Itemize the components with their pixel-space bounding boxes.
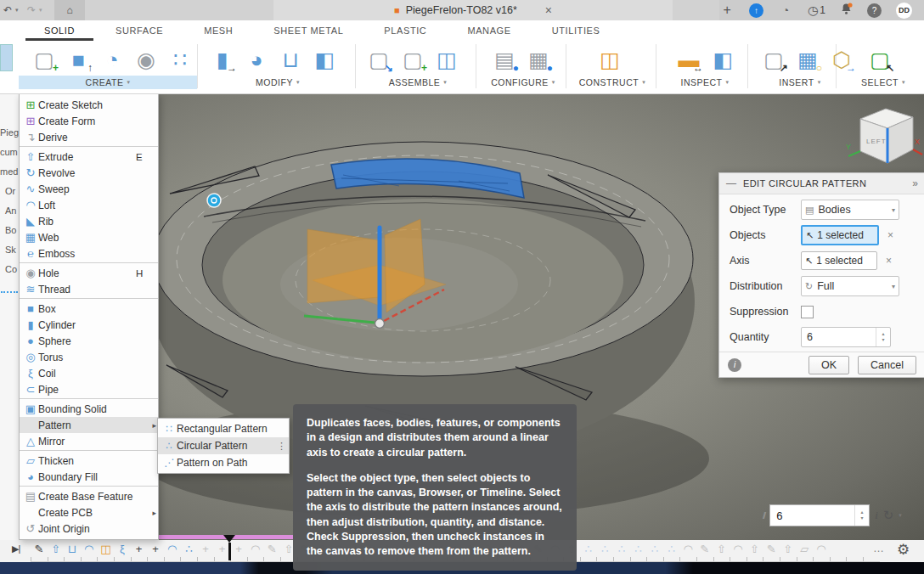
share-icon[interactable]: ↑ <box>749 3 763 18</box>
menu-item[interactable]: ■ Box <box>20 301 158 317</box>
menu-item[interactable]: ▣ Bounding Solid <box>20 401 158 417</box>
browser-item[interactable]: Co <box>0 260 19 279</box>
timeline-feature[interactable]: ◠ <box>681 541 695 558</box>
expand-panel-icon[interactable]: » <box>912 177 918 189</box>
ok-button[interactable]: OK <box>808 356 849 374</box>
ribbon-tab[interactable]: MESH <box>183 20 253 41</box>
user-avatar[interactable]: DD <box>896 3 912 19</box>
menu-item[interactable]: ◠ Loft <box>20 197 158 213</box>
menu-item[interactable]: ◎ Torus <box>20 349 158 365</box>
timeline-feature[interactable]: ▱ <box>797 541 811 558</box>
new-document-icon[interactable]: + <box>719 3 735 18</box>
menu-item[interactable]: ● Sphere <box>20 333 158 349</box>
browser-item[interactable]: med <box>0 162 19 182</box>
create-sketch-icon[interactable]: ▢+ <box>29 44 59 75</box>
menu-item[interactable]: ↻ Revolve <box>20 165 158 181</box>
axis-selection-chip[interactable]: ↖ 1 selected <box>801 251 877 270</box>
distribution-select[interactable]: ↻ Full ▾ <box>801 276 899 296</box>
menu-item[interactable]: ≋ Thread <box>20 281 158 299</box>
browser-item[interactable]: Bo <box>0 221 19 240</box>
fillet-icon[interactable]: ◕ <box>241 44 272 75</box>
inspect-menu-button[interactable]: INSPECT▾ <box>662 76 747 89</box>
timeline-feature[interactable]: ◠ <box>82 541 96 558</box>
joint-icon[interactable]: ◫ <box>431 44 462 75</box>
collapse-icon[interactable]: — <box>726 177 736 189</box>
submenu-item[interactable]: ∴ Circular Pattern ⋮ <box>158 437 289 454</box>
measure-icon[interactable]: ▬↔ <box>673 44 704 75</box>
redo-icon[interactable]: ↷ <box>24 4 39 16</box>
objects-selection-chip[interactable]: ↖ 1 selected <box>801 225 879 245</box>
options-dots-icon[interactable]: ⋮ <box>277 441 285 452</box>
menu-item[interactable]: ⇧ Extrude E <box>20 149 158 165</box>
stepper-up-icon[interactable]: ▴ <box>861 509 864 515</box>
timeline-feature[interactable]: ⇧ <box>748 541 762 558</box>
quantity-stepper[interactable]: ▴ ▾ <box>876 328 890 346</box>
redo-dropdown-icon[interactable]: ▾ <box>39 7 48 14</box>
browser-panel[interactable]: Pieg cum med Or An Bo Sk Co <box>0 93 19 574</box>
revolve-icon[interactable]: ◔ <box>97 44 127 75</box>
timeline-feature[interactable]: ∴ <box>665 541 679 558</box>
submenu-item[interactable]: ∷ Rectangular Pattern <box>158 420 289 437</box>
browser-item[interactable]: Sk <box>0 240 19 260</box>
ribbon-tab[interactable]: SOLID <box>24 20 95 41</box>
configure-features-icon[interactable]: ▤● <box>489 44 520 75</box>
configuration-table-icon[interactable]: ▦● <box>523 44 554 75</box>
menu-item[interactable]: ◉ Hole H <box>20 265 158 281</box>
assemble-menu-button[interactable]: ASSEMBLE▾ <box>360 76 476 89</box>
menu-item[interactable]: ◕ Boundary Fill <box>20 469 158 487</box>
timeline-feature[interactable]: ✎ <box>764 541 778 558</box>
timeline-feature[interactable]: ⇧ <box>781 541 795 558</box>
menu-item[interactable]: ⊂ Pipe <box>20 381 158 399</box>
timeline-feature[interactable]: ξ <box>116 541 129 558</box>
object-type-select[interactable]: ▤ Bodies ▾ <box>801 200 899 220</box>
timeline-feature[interactable]: ⇧ <box>49 541 63 558</box>
timeline-feature[interactable]: ✎ <box>698 541 712 558</box>
undo-icon[interactable]: ↶ <box>0 4 15 16</box>
home-button[interactable]: ⌂ <box>54 0 85 20</box>
ribbon-tab[interactable]: UTILITIES <box>532 20 621 41</box>
canvas-quantity-stepper[interactable]: ▴ ▾ <box>854 505 869 526</box>
construct-menu-button[interactable]: CONSTRUCT▾ <box>571 76 654 89</box>
extrude-icon[interactable]: ■↑ <box>63 44 93 75</box>
menu-item[interactable]: Pattern ▸ <box>20 417 158 433</box>
ribbon-tab[interactable]: SURFACE <box>95 20 183 41</box>
select-icon[interactable]: ▢↖ <box>865 44 895 75</box>
submenu-item[interactable]: ⋰ Pattern on Path <box>158 454 289 471</box>
timeline-feature[interactable]: ∴ <box>182 541 195 558</box>
timeline-feature[interactable]: + <box>199 541 212 558</box>
menu-item[interactable]: ↺ Joint Origin <box>20 521 158 537</box>
stepper-down-icon[interactable]: ▾ <box>882 337 884 343</box>
menu-item[interactable]: ▱ Thicken <box>20 453 158 469</box>
stepper-down-icon[interactable]: ▾ <box>861 515 864 521</box>
quantity-input[interactable] <box>802 330 876 344</box>
section-analysis-icon[interactable]: ◧ <box>707 44 738 75</box>
select-menu-button[interactable]: SELECT▾ <box>849 76 917 89</box>
browser-item[interactable]: Or <box>0 182 19 201</box>
create-menu-button[interactable]: CREATE▾ <box>19 76 197 89</box>
timeline-feature[interactable]: ∴ <box>598 541 611 558</box>
timeline-feature[interactable]: + <box>132 541 146 558</box>
timeline-feature[interactable]: ✎ <box>32 541 46 558</box>
timeline-feature[interactable]: ∴ <box>615 541 628 558</box>
combine-icon[interactable]: ◧ <box>309 44 340 75</box>
extensions-icon[interactable]: ◔ <box>778 3 793 17</box>
clear-objects-icon[interactable]: × <box>887 229 893 241</box>
timeline-feature[interactable]: ◠ <box>249 541 262 558</box>
timeline-overflow-icon[interactable]: … <box>873 542 884 554</box>
timeline-feature[interactable]: ✎ <box>265 541 279 558</box>
construction-plane-icon[interactable]: ◫ <box>594 44 625 75</box>
suppression-checkbox[interactable] <box>801 306 814 318</box>
timeline-feature[interactable]: ⊔ <box>65 541 79 558</box>
menu-item[interactable]: Create PCB ▸ <box>20 504 158 521</box>
selected-axis-marker[interactable] <box>207 194 221 207</box>
menu-item[interactable]: ⊞ Create Sketch <box>20 97 158 113</box>
ribbon-tab[interactable]: MANAGE <box>447 20 531 41</box>
press-pull-icon[interactable]: ▮→ <box>207 44 238 75</box>
timeline-feature[interactable]: ◫ <box>99 541 112 558</box>
configure-menu-button[interactable]: CONFIGURE▾ <box>481 76 566 89</box>
full-rotation-icon[interactable]: ↻ <box>883 508 894 523</box>
browser-item[interactable]: cum <box>0 143 19 162</box>
menu-item[interactable]: ▦ Web <box>20 229 158 245</box>
menu-item[interactable]: ∿ Sweep <box>20 181 158 197</box>
timeline-feature[interactable]: ◠ <box>731 541 745 558</box>
